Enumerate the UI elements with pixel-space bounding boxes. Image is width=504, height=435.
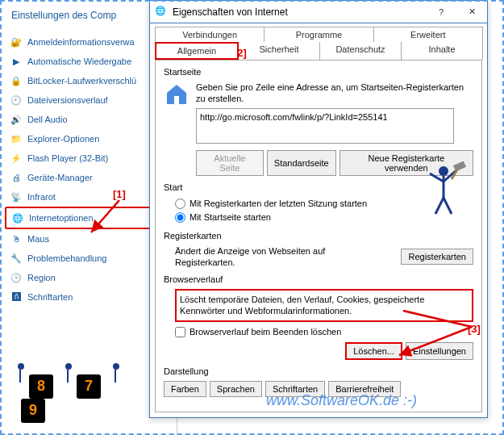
- accessibility-button[interactable]: Barrierefreiheit: [328, 381, 401, 397]
- credential-icon: 🔐: [10, 36, 23, 48]
- flash-icon: ⚡: [10, 152, 23, 165]
- tab-verbindungen[interactable]: Verbindungen: [155, 27, 264, 42]
- autoplay-icon: ▶: [10, 55, 23, 68]
- use-new-tab-button[interactable]: Neue Registerkarte verwenden: [339, 150, 473, 176]
- home-icon: [164, 82, 190, 107]
- score-9: 9: [21, 399, 45, 423]
- cp-item-troubleshoot[interactable]: 🔧Problembehandlung: [5, 249, 172, 268]
- cp-item-credentials[interactable]: 🔐Anmeldeinformationsverwa: [5, 32, 172, 52]
- score-8: 8: [29, 374, 53, 399]
- tab-inhalte[interactable]: Inhalte: [401, 42, 483, 60]
- history-settings-button[interactable]: Einstellungen: [406, 342, 473, 360]
- filehistory-icon: 🕘: [10, 94, 23, 107]
- cp-item-fonts[interactable]: 🅰Schriftarten: [5, 287, 172, 307]
- cp-item-region[interactable]: 🕒Region: [5, 268, 172, 287]
- delete-on-exit-checkbox[interactable]: Browserverlauf beim Beenden löschen: [164, 325, 473, 339]
- cp-item-infrared[interactable]: 📡Infrarot: [5, 187, 172, 207]
- clock-icon: 🕒: [10, 271, 23, 284]
- folder-icon: 📁: [10, 132, 23, 145]
- tab-strip: Verbindungen Programme Erweitert Allgeme…: [150, 23, 487, 60]
- darstellung-label: Darstellung: [164, 366, 473, 376]
- delete-history-button[interactable]: Löschen...: [345, 342, 402, 360]
- score-7: 7: [77, 374, 101, 399]
- group-browserverlauf: Browserverlauf Löscht temporäre Dateien,…: [164, 274, 473, 360]
- close-button[interactable]: ✕: [456, 1, 487, 23]
- audio-icon: 🔊: [10, 113, 23, 126]
- group-registerkarten: Registerkarten Ändert die Anzeige von We…: [164, 231, 473, 269]
- tab-allgemein[interactable]: Allgemein: [155, 42, 239, 60]
- tab-programme[interactable]: Programme: [264, 27, 373, 42]
- tab-sicherheit[interactable]: Sicherheit: [238, 42, 320, 60]
- fonts-button[interactable]: Schriftarten: [265, 381, 325, 397]
- svg-rect-0: [174, 96, 179, 104]
- cp-item-autoplay[interactable]: ▶Automatische Wiedergabe: [5, 52, 172, 71]
- cp-item-devicemgr[interactable]: 🖨Geräte-Manager: [5, 168, 172, 187]
- internet-icon: 🌐: [155, 6, 168, 19]
- cp-item-dellaudio[interactable]: 🔊Dell Audio: [5, 110, 172, 129]
- regcards-label: Registerkarten: [164, 231, 473, 241]
- radio-last-session[interactable]: Mit Registerkarten der letzten Sitzung s…: [164, 197, 473, 211]
- cp-item-explorer[interactable]: 📁Explorer-Optionen: [5, 129, 172, 148]
- cp-item-filehistory[interactable]: 🕘Dateiversionsverlauf: [5, 90, 172, 110]
- internet-properties-dialog: 🌐 Eigenschaften von Internet ? ✕ Verbind…: [149, 0, 488, 418]
- bitlocker-icon: 🔒: [10, 74, 23, 87]
- score-figures: 8 7 9: [15, 371, 144, 428]
- current-page-button[interactable]: Aktuelle Seite: [196, 150, 264, 176]
- mouse-icon: 🖱: [10, 232, 23, 245]
- globe-icon: 🌐: [11, 211, 24, 224]
- infrared-icon: 📡: [10, 190, 23, 203]
- languages-button[interactable]: Sprachen: [210, 381, 262, 397]
- homepage-url-input[interactable]: [196, 108, 454, 144]
- group-start: Start Mit Registerkarten der letzten Sit…: [164, 182, 473, 224]
- tab-content-allgemein: Startseite Geben Sie pro Zeile eine Adre…: [155, 60, 482, 412]
- browserverlauf-label: Browserverlauf: [164, 274, 473, 284]
- start-label: Start: [164, 182, 473, 192]
- device-icon: 🖨: [10, 171, 23, 184]
- cp-item-bitlocker[interactable]: 🔒BitLocker-Laufwerkverschlü: [5, 71, 172, 90]
- tab-erweitert[interactable]: Erweitert: [373, 27, 483, 42]
- default-page-button[interactable]: Standardseite: [267, 150, 336, 176]
- startseite-label: Startseite: [164, 67, 473, 77]
- group-startseite: Startseite Geben Sie pro Zeile eine Adre…: [164, 67, 473, 176]
- help-button[interactable]: ?: [426, 1, 456, 23]
- cp-item-mouse[interactable]: 🖱Maus: [5, 229, 172, 249]
- dialog-title: Eigenschaften von Internet: [173, 6, 426, 18]
- wrench-icon: 🔧: [10, 252, 23, 265]
- browserverlauf-desc: Löscht temporäre Dateien, den Verlauf, C…: [175, 289, 473, 322]
- font-icon: 🅰: [10, 291, 23, 303]
- tab-datenschutz[interactable]: Datenschutz: [319, 42, 402, 60]
- group-darstellung: Darstellung Farben Sprachen Schriftarten…: [164, 366, 473, 397]
- cp-item-flash[interactable]: ⚡Flash Player (32-Bit): [5, 148, 172, 168]
- colors-button[interactable]: Farben: [164, 381, 206, 397]
- titlebar[interactable]: 🌐 Eigenschaften von Internet ? ✕: [150, 1, 487, 23]
- radio-homepage[interactable]: Mit Startseite starten: [164, 211, 473, 224]
- tabs-settings-button[interactable]: Registerkarten: [401, 249, 473, 265]
- regcards-desc: Ändert die Anzeige von Webseiten auf Reg…: [175, 245, 360, 269]
- cp-item-internetoptions[interactable]: 🌐Internetoptionen: [5, 207, 172, 229]
- startseite-desc: Geben Sie pro Zeile eine Adresse an, um …: [196, 82, 473, 105]
